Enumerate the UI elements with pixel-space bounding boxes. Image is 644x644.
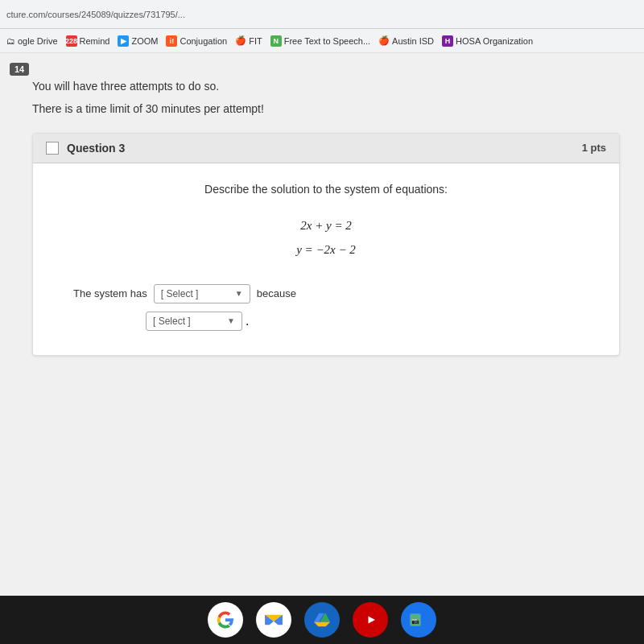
bookmark-fit[interactable]: 🍎 FIT <box>235 35 262 46</box>
bookmark-zoom[interactable]: ▶ ZOOM <box>118 35 158 47</box>
page-inner: You will have three attempts to do so. T… <box>0 53 644 596</box>
answer-middle: because <box>257 287 296 299</box>
aisd-icon: 🍎 <box>378 35 390 46</box>
equations: 2x + y = 2 y = −2x − 2 <box>57 213 595 262</box>
tts-icon: N <box>270 35 282 47</box>
fit-icon: 🍎 <box>235 35 246 46</box>
chevron-down-icon-1: ▼ <box>235 289 243 298</box>
answer-row-2: [ Select ] ▼ . <box>146 312 249 331</box>
hosa-icon: H <box>442 35 453 47</box>
question-checkbox[interactable] <box>46 142 59 155</box>
question-badge: 14 <box>10 63 29 76</box>
question-header-left: Question 3 <box>46 142 125 155</box>
bookmark-remind[interactable]: 228 Remind <box>66 35 110 47</box>
question-points: 1 pts <box>582 142 606 154</box>
page-content: 14 You will have three attempts to do so… <box>0 53 644 596</box>
equation-2: y = −2x − 2 <box>57 237 595 262</box>
select-dropdown-2[interactable]: [ Select ] ▼ <box>146 312 242 331</box>
drive-taskbar-icon[interactable] <box>304 602 340 638</box>
chevron-down-icon-2: ▼ <box>227 316 235 325</box>
answer-row-1: The system has [ Select ] ▼ because <box>73 284 296 303</box>
question-title: Question 3 <box>67 142 125 155</box>
browser-url-bar: cture.com/courses/245089/quizzes/731795/… <box>0 0 644 29</box>
conjugation-icon: i! <box>166 35 177 47</box>
equation-1: 2x + y = 2 <box>57 213 595 237</box>
meet-taskbar-icon[interactable]: 📷 <box>401 602 436 638</box>
question-prompt: Describe the solution to the system of e… <box>57 183 595 196</box>
svg-marker-4 <box>421 614 427 625</box>
url-text: cture.com/courses/245089/quizzes/731795/… <box>6 10 185 19</box>
answer-prefix: The system has <box>73 287 147 299</box>
remind-icon: 228 <box>66 35 77 47</box>
youtube-taskbar-icon[interactable] <box>353 602 388 638</box>
drive-icon: 🗂 <box>6 36 15 46</box>
intro-line2: There is a time limit of 30 minutes per … <box>32 100 620 118</box>
google-taskbar-icon[interactable] <box>208 602 243 638</box>
bookmark-hosa[interactable]: H HOSA Organization <box>442 35 533 47</box>
bookmark-drive[interactable]: 🗂 ogle Drive <box>6 36 58 46</box>
answer-area: The system has [ Select ] ▼ because [ Se… <box>57 284 595 331</box>
period: . <box>246 314 249 328</box>
select2-label: [ Select ] <box>153 316 191 327</box>
intro-text: You will have three attempts to do so. T… <box>32 77 620 118</box>
bookmark-aisd[interactable]: 🍎 Austin ISD <box>378 35 434 46</box>
question-header: Question 3 1 pts <box>33 134 619 163</box>
bookmarks-bar: 🗂 ogle Drive 228 Remind ▶ ZOOM i! Conjug… <box>0 29 644 53</box>
zoom-icon: ▶ <box>118 35 129 47</box>
question-card: Question 3 1 pts Describe the solution t… <box>32 133 620 356</box>
gmail-taskbar-icon[interactable] <box>256 602 291 638</box>
select-dropdown-1[interactable]: [ Select ] ▼ <box>154 284 250 303</box>
svg-text:📷: 📷 <box>411 617 419 625</box>
select1-label: [ Select ] <box>161 288 199 299</box>
bookmark-tts[interactable]: N Free Text to Speech... <box>270 35 370 47</box>
taskbar: 📷 <box>0 596 644 644</box>
bookmark-conjugation[interactable]: i! Conjugation <box>166 35 227 47</box>
intro-line1: You will have three attempts to do so. <box>32 77 620 95</box>
question-body: Describe the solution to the system of e… <box>33 163 619 355</box>
